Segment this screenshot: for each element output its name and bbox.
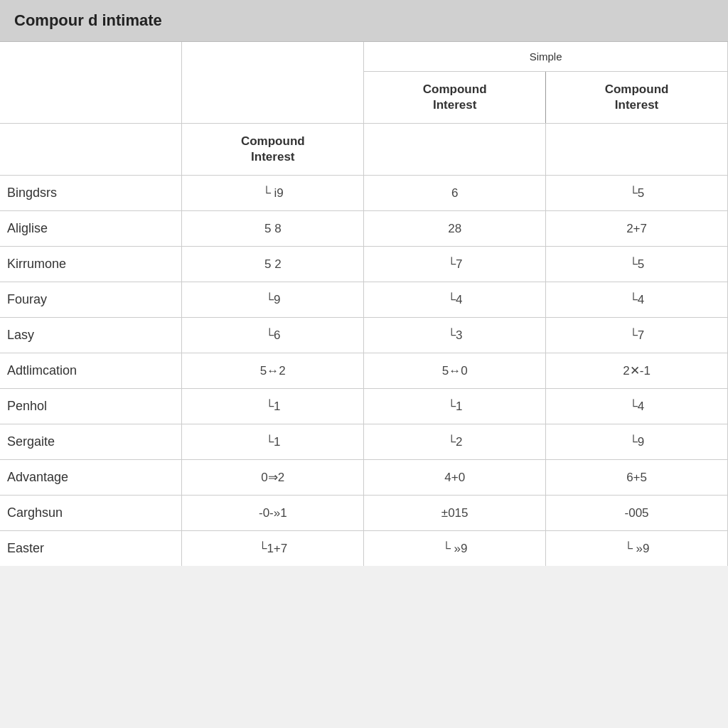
header-row-col1-empty3 — [546, 124, 728, 176]
table-row: Carghsun-0-»1±015-005 — [0, 496, 728, 531]
row-col2: 5↔0 — [364, 353, 546, 389]
row-col3: └5 — [546, 176, 728, 211]
row-col2: └7 — [364, 247, 546, 282]
row-col1: 5 2 — [182, 247, 364, 282]
row-col1: -0-»1 — [182, 496, 364, 531]
row-label: Fouray — [0, 282, 182, 318]
row-label: Easter — [0, 531, 182, 567]
main-table: Simple Compound Interest Compound Intere… — [0, 42, 728, 566]
row-col1: 5 8 — [182, 211, 364, 247]
header-row-col1-empty2 — [364, 124, 546, 176]
row-col1: └9 — [182, 282, 364, 318]
row-col1: └ i9 — [182, 176, 364, 211]
row-col1: └6 — [182, 318, 364, 353]
row-col1: └1+7 — [182, 531, 364, 567]
row-col1: └1 — [182, 389, 364, 424]
row-col2: ±015 — [364, 496, 546, 531]
row-col2: 4+0 — [364, 460, 546, 496]
table-row: Lasy└6└3└7 — [0, 318, 728, 353]
row-col3: └7 — [546, 318, 728, 353]
row-col1: └1 — [182, 424, 364, 460]
row-col3: └4 — [546, 282, 728, 318]
row-label: Aliglise — [0, 211, 182, 247]
header-label-empty — [0, 42, 182, 124]
row-col1: 5↔2 — [182, 353, 364, 389]
row-col2: 28 — [364, 211, 546, 247]
row-col2: └2 — [364, 424, 546, 460]
table-row: Easter└1+7└ »9└ »9 — [0, 531, 728, 567]
table-row: Sergaite└1└2└9 — [0, 424, 728, 460]
page-title: Compour d intimate — [14, 11, 162, 29]
row-col3: 2✕-1 — [546, 353, 728, 389]
table-row: Penhol└1└1└4 — [0, 389, 728, 424]
table-row: Adtlimcation5↔25↔02✕-1 — [0, 353, 728, 389]
col1-header: Compound Interest — [182, 124, 364, 176]
table-row: Aliglise5 8282+7 — [0, 211, 728, 247]
header-row-top: Simple — [0, 42, 728, 72]
row-label: Penhol — [0, 389, 182, 424]
table-row: Kirrumone5 2└7└5 — [0, 247, 728, 282]
row-col2: └4 — [364, 282, 546, 318]
row-col3: 6+5 — [546, 460, 728, 496]
header-row-col1: Compound Interest — [0, 124, 728, 176]
row-col3: └9 — [546, 424, 728, 460]
row-label: Sergaite — [0, 424, 182, 460]
row-col2: └3 — [364, 318, 546, 353]
row-col1: 0⇒2 — [182, 460, 364, 496]
title-bar: Compour d intimate — [0, 0, 728, 42]
row-col2: 6 — [364, 176, 546, 211]
row-col3: └ »9 — [546, 531, 728, 567]
table-row: Bingdsrs└ i96└5 — [0, 176, 728, 211]
row-col3: -005 — [546, 496, 728, 531]
page-container: Compour d intimate Simple Compound Inter… — [0, 0, 728, 728]
table-row: Advantage0⇒24+06+5 — [0, 460, 728, 496]
col3-header: Compound Interest — [546, 72, 728, 124]
row-col2: └1 — [364, 389, 546, 424]
table-body: Bingdsrs└ i96└5Aliglise5 8282+7Kirrumone… — [0, 176, 728, 567]
col2-header: Compound Interest — [364, 72, 546, 124]
header-row-col1-empty1 — [0, 124, 182, 176]
row-label: Lasy — [0, 318, 182, 353]
row-label: Adtlimcation — [0, 353, 182, 389]
row-label: Carghsun — [0, 496, 182, 531]
row-label: Advantage — [0, 460, 182, 496]
row-label: Kirrumone — [0, 247, 182, 282]
table-wrapper: Simple Compound Interest Compound Intere… — [0, 42, 728, 566]
row-col3: └4 — [546, 389, 728, 424]
simple-group-header: Simple — [364, 42, 728, 72]
row-col3: 2+7 — [546, 211, 728, 247]
row-label: Bingdsrs — [0, 176, 182, 211]
row-col3: └5 — [546, 247, 728, 282]
table-row: Fouray└9└4└4 — [0, 282, 728, 318]
row-col2: └ »9 — [364, 531, 546, 567]
header-col1-empty — [182, 42, 364, 124]
